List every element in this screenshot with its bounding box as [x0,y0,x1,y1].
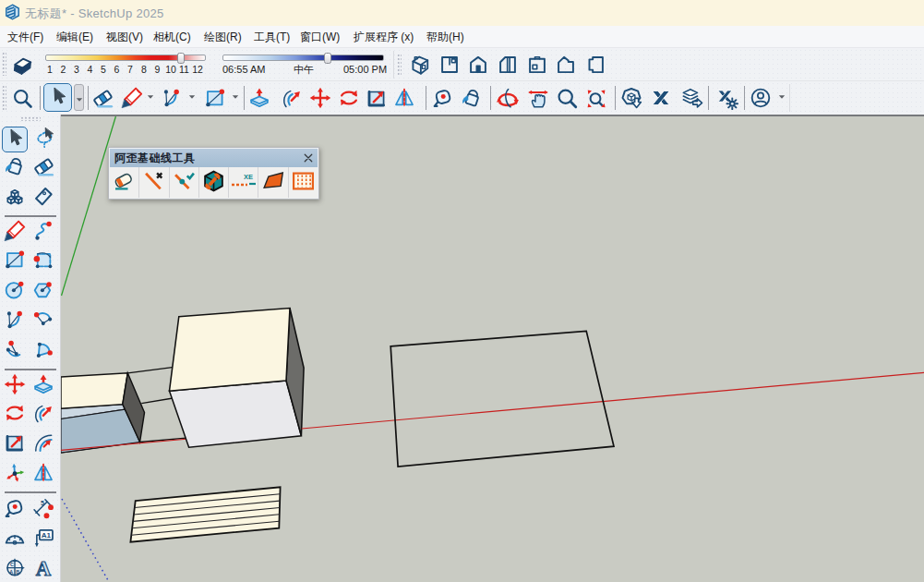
pie-tool-button[interactable] [30,338,56,364]
plugin-toolbar-close-button[interactable] [301,151,315,164]
shadow-toolbar-grip[interactable] [2,52,6,76]
shadow-time-slider-thumb[interactable] [324,53,331,65]
account-dropdown[interactable] [777,93,786,101]
zoom-extents-button[interactable] [582,84,609,112]
drawing-canvas[interactable]: 阿歪基础线工具 XE [61,115,924,582]
menu-help[interactable]: 帮助(H) [426,26,464,48]
plan-view-button[interactable] [523,51,551,79]
pushpull-tool-button[interactable] [30,373,56,399]
line-tool-button[interactable] [118,84,146,112]
rotate-tool-button[interactable] [2,402,28,428]
followme-tool-button[interactable] [278,84,306,112]
right-view-button[interactable] [494,51,522,79]
text-tool-button[interactable]: A1 [30,527,56,552]
3d-text-icon: A [31,555,55,582]
orbit-tool-button[interactable] [494,84,522,112]
tape-measure-button[interactable] [2,497,28,523]
scale-tool-button[interactable] [2,431,28,457]
zoom-tool-button[interactable] [553,84,581,112]
eraser-tool-button[interactable] [30,155,56,181]
paint-bucket-button[interactable] [2,155,28,181]
wireframe-rectangle[interactable] [390,331,614,467]
iso-view-button[interactable] [406,51,434,79]
back-view-button[interactable] [552,51,580,79]
large-tool-set-grip[interactable] [20,116,41,121]
tag-tool-button[interactable] [30,185,56,211]
menu-view[interactable]: 视图(V) [106,26,143,48]
protractor-tool-button[interactable] [2,527,28,552]
menu-extensions[interactable]: 扩展程序 (x) [354,26,414,48]
shadow-time-slider[interactable] [222,55,384,61]
move-tool-button[interactable] [2,373,28,399]
dimension-tool-button[interactable]: 5 [30,497,56,523]
rotate-tool-button[interactable] [335,84,363,112]
move-tool-button[interactable] [306,84,334,112]
lasso-tool-button[interactable] [30,127,56,152]
select-tool-button[interactable] [43,83,72,112]
flip-tool-button[interactable] [30,462,56,488]
freehand-tool-button[interactable] [30,220,56,246]
followme-tool-button[interactable] [30,402,56,428]
axes-move-tool-button[interactable] [2,462,28,488]
arc-center-tool-button[interactable] [30,309,56,334]
aw-line-delete-button[interactable] [139,167,169,198]
rectangle-tool-dropdown[interactable] [231,93,239,101]
pushpull-tool-button[interactable] [246,84,273,112]
aw-grid-divide-button[interactable] [289,167,318,198]
scale-tool-button[interactable] [363,84,390,112]
menu-window[interactable]: 窗口(W) [300,26,340,48]
select-tool-dropdown[interactable] [74,84,84,111]
3d-warehouse-button[interactable] [618,84,645,112]
circle-tool-button[interactable] [2,278,28,304]
line-tool-dropdown[interactable] [146,93,154,101]
arc-2pt-tool-button[interactable] [2,309,28,334]
big-box-front-face[interactable] [170,381,302,447]
arc-3pt-tool-button[interactable] [2,338,28,364]
menu-edit[interactable]: 编辑(E) [56,26,93,48]
extension-warehouse-button[interactable] [647,84,675,112]
rotated-rectangle-button[interactable] [30,249,56,274]
line-tool-button[interactable] [2,220,28,246]
protractor-icon [3,526,27,553]
make-component-button[interactable] [2,185,28,211]
paint-bucket-button[interactable] [458,84,486,112]
flip-tool-button[interactable] [390,84,418,112]
toggle-shadows-button[interactable] [9,52,37,79]
arc-tool-dropdown[interactable] [187,93,196,101]
tape-measure-button[interactable] [429,84,457,112]
3d-text-tool-button[interactable]: A [30,556,56,582]
front-view-button[interactable] [464,51,492,79]
extension-manager-button[interactable] [713,84,740,112]
shadow-date-slider-thumb[interactable] [177,53,185,65]
menu-tools[interactable]: 工具(T) [254,26,290,48]
share-model-button[interactable] [678,84,705,112]
menu-draw[interactable]: 绘图(R) [204,26,242,48]
big-box-top-face[interactable] [170,309,291,392]
axes-tool-button[interactable]: CAB [2,556,28,582]
left-view-button[interactable] [582,51,609,79]
account-button[interactable] [747,84,774,112]
rectangle-tool-button[interactable] [2,249,28,274]
main-toolbar-grip[interactable] [2,85,6,111]
menu-camera[interactable]: 相机(C) [153,26,191,48]
views-toolbar-grip[interactable] [397,54,402,76]
aw-eraser-button[interactable] [110,167,139,198]
offset-tool-button[interactable] [30,431,56,457]
search-button[interactable] [8,84,36,112]
eraser-tool-button[interactable] [89,84,116,112]
aw-face-quad-button[interactable] [258,167,288,198]
arc-icon [160,86,184,110]
rectangle-tool-button[interactable] [201,84,229,112]
arc-tool-button[interactable] [158,84,186,112]
aw-cube-wrench-button[interactable] [199,167,229,198]
top-view-button[interactable] [436,51,463,79]
plugin-toolbar-titlebar[interactable]: 阿歪基础线工具 [110,149,318,167]
select-tool-button[interactable] [2,127,28,152]
pan-tool-button[interactable] [524,84,552,112]
small-box-top-face[interactable] [61,373,127,408]
polygon-tool-button[interactable] [30,278,56,304]
menu-file[interactable]: 文件(F) [7,26,43,48]
tool-group-separator [5,369,56,370]
aw-line-check-button[interactable] [170,167,199,198]
aw-dashed-line-button[interactable]: XE [229,167,258,198]
